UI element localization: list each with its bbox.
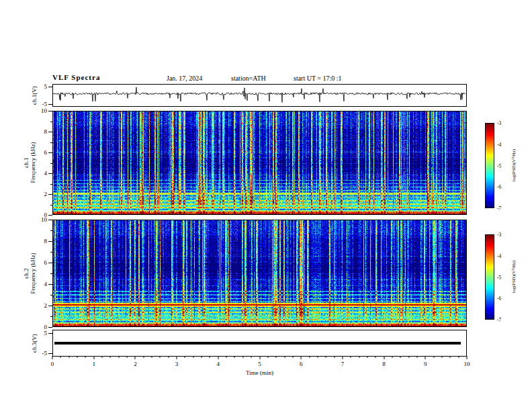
y-tick-mark — [48, 132, 52, 132]
y-tick-mark — [50, 122, 52, 122]
x-tick-mark — [102, 356, 103, 358]
y-tick-mark — [48, 87, 52, 87]
x-tick-mark — [168, 356, 169, 358]
y-tick-label: -3 — [497, 120, 501, 126]
ch2-spec-axis-label-unit: Frequency (kHz) — [30, 253, 36, 293]
x-tick-mark — [143, 356, 144, 358]
x-tick-mark — [450, 356, 451, 358]
x-tick-mark — [135, 356, 136, 359]
ch1-spec-ytick-labels: 1086420 — [36, 111, 48, 215]
y-tick-label: 5 — [44, 330, 48, 336]
x-tick-mark — [185, 356, 185, 358]
y-tick-mark — [50, 295, 52, 295]
y-tick-mark — [48, 241, 52, 242]
ch2-colorbar-label-text: log(PSD)(V²/Hz) — [511, 261, 517, 293]
ch1-spec-ytick-marks — [48, 111, 52, 215]
y-tick-mark — [50, 316, 52, 317]
x-tick-label: 6 — [300, 361, 303, 367]
y-tick-mark — [50, 230, 52, 231]
x-tick-mark — [210, 356, 210, 358]
ch3-waveform-canvas — [53, 330, 466, 356]
y-tick-mark — [48, 263, 52, 263]
y-tick-label: -3 — [497, 232, 501, 238]
x-tick-label: 7 — [341, 361, 345, 367]
x-tick-mark — [267, 356, 268, 358]
ch3-waveform-panel — [52, 330, 467, 357]
y-tick-label: -5 — [42, 101, 48, 107]
y-tick-label: 5 — [44, 83, 48, 90]
x-tick-mark — [118, 356, 119, 358]
y-tick-label: 2 — [44, 302, 48, 309]
x-tick-mark — [334, 356, 335, 358]
x-tick-mark — [359, 356, 359, 358]
y-tick-mark — [50, 273, 52, 274]
y-tick-label: 8 — [44, 128, 48, 135]
ch2-spectrogram-panel — [52, 220, 467, 327]
y-tick-mark — [50, 252, 52, 253]
y-tick-label: -6 — [497, 184, 501, 190]
x-tick-mark — [467, 356, 468, 359]
x-tick-mark — [160, 356, 161, 358]
ch1-waveform-panel — [52, 84, 467, 107]
ch1-colorbar — [485, 123, 494, 208]
x-tick-mark — [251, 356, 252, 358]
y-tick-mark — [48, 173, 52, 174]
x-tick-marks — [52, 356, 467, 360]
x-tick-labels: 012345678910 — [52, 361, 467, 368]
y-tick-mark — [50, 184, 52, 185]
y-tick-mark — [50, 163, 52, 164]
figure-title: VLF Spectra — [52, 73, 100, 81]
header-date: Jan. 17, 2024 — [167, 75, 202, 82]
x-tick-mark — [93, 356, 94, 359]
ch1-spec-axis-label-channel: ch.1 — [23, 142, 30, 183]
x-tick-mark — [408, 356, 409, 358]
y-tick-mark — [48, 284, 52, 285]
x-tick-label: 10 — [464, 361, 470, 367]
y-tick-label: 4 — [44, 281, 48, 287]
ch1-wave-axis-label-text: ch.1(V) — [31, 86, 38, 105]
x-tick-mark — [342, 356, 343, 359]
x-tick-mark — [326, 356, 326, 358]
ch1-spectrogram-canvas — [53, 111, 466, 214]
x-tick-mark — [441, 356, 442, 358]
ch3-wave-axis-label-text: ch.3(V) — [31, 334, 38, 353]
y-tick-label: -7 — [497, 205, 501, 212]
x-tick-mark — [193, 356, 193, 358]
x-tick-mark — [416, 356, 417, 358]
ch2-colorbar — [485, 234, 494, 320]
y-tick-label: -7 — [497, 317, 501, 323]
x-tick-mark — [292, 356, 293, 358]
x-tick-mark — [400, 356, 401, 358]
x-tick-mark — [110, 356, 111, 358]
ch2-spec-ytick-marks — [48, 220, 52, 327]
y-tick-label: -4 — [497, 141, 501, 147]
y-tick-mark — [48, 333, 52, 334]
y-tick-mark — [48, 220, 52, 220]
x-tick-mark — [392, 356, 392, 358]
x-tick-mark — [384, 356, 384, 359]
ch2-spec-axis-label-channel: ch.2 — [23, 253, 30, 293]
x-tick-mark — [202, 356, 202, 358]
x-tick-label: 3 — [175, 361, 179, 367]
ch2-colorbar-tick-labels: -3-4-5-6-7 — [497, 234, 511, 320]
x-tick-mark — [375, 356, 376, 358]
ch1-spec-axis-label-unit: Frequency (kHz) — [30, 142, 36, 183]
x-tick-mark — [226, 356, 227, 358]
y-tick-mark — [48, 353, 52, 354]
y-tick-label: 2 — [44, 191, 48, 197]
ch1-waveform-canvas — [53, 85, 466, 106]
ch2-spectrogram-canvas — [53, 220, 466, 326]
ch1-wave-ytick-labels: 5-5 — [36, 84, 48, 107]
header-start-ut: start UT = 17:0 :1 — [294, 75, 342, 82]
ch2-spec-ytick-labels: 1086420 — [36, 220, 48, 327]
y-tick-mark — [48, 215, 52, 216]
y-tick-label: -5 — [497, 274, 501, 280]
x-tick-mark — [127, 356, 128, 358]
y-tick-mark — [48, 104, 52, 105]
y-tick-label: 6 — [44, 259, 48, 266]
x-tick-mark — [351, 356, 351, 358]
x-axis-title: Time (min) — [52, 369, 467, 376]
x-tick-label: 8 — [382, 361, 386, 367]
y-tick-label: 4 — [44, 170, 48, 177]
x-tick-mark — [317, 356, 318, 358]
